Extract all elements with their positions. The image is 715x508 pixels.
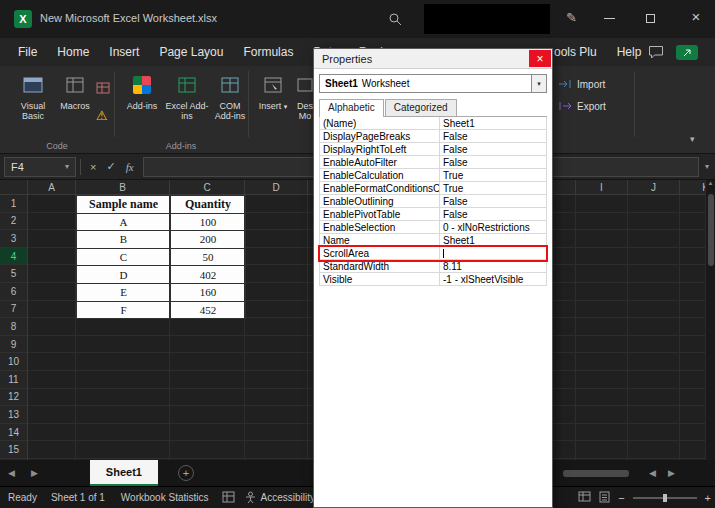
ribbon-tab-help[interactable]: Help [607, 45, 652, 59]
zoom-in-icon[interactable]: + [705, 492, 711, 504]
excel-add-ins-button[interactable]: Excel Add-ins [164, 72, 210, 121]
maximize-button[interactable] [646, 14, 655, 23]
close-properties-button[interactable]: × [529, 50, 551, 67]
table-header-cell[interactable]: Quantity [171, 196, 246, 214]
chevron-down-icon[interactable]: ▾ [531, 75, 546, 92]
row-header-3[interactable]: 3 [0, 230, 27, 248]
horizontal-scrollbar[interactable]: ◀ ▶ [553, 460, 715, 486]
property-row-EnableOutlining[interactable]: EnableOutliningFalse [320, 195, 546, 208]
select-all-corner[interactable] [0, 180, 28, 195]
zoom-slider-thumb[interactable] [663, 494, 667, 502]
macro-security-warning-icon[interactable]: ⚠ [96, 108, 108, 123]
column-header-D[interactable]: D [245, 180, 308, 194]
column-header-K[interactable]: K [680, 180, 705, 194]
property-row-StandardWidth[interactable]: StandardWidth8.11 [320, 260, 546, 273]
property-row-Name[interactable]: NameSheet1 [320, 234, 546, 247]
page-layout-view-icon[interactable] [599, 491, 610, 505]
properties-titlebar[interactable]: Properties × [314, 49, 552, 69]
next-sheet-icon[interactable]: ▶ [23, 468, 46, 478]
property-value[interactable]: True [440, 169, 546, 181]
property-value[interactable]: False [440, 143, 546, 155]
table-cell[interactable]: 50 [171, 249, 246, 267]
row-header-15[interactable]: 15 [0, 441, 27, 459]
column-header-A[interactable]: A [28, 180, 76, 194]
row-header-5[interactable]: 5 [0, 265, 27, 283]
scroll-left-icon[interactable]: ◀ [643, 468, 662, 478]
collapse-ribbon-icon[interactable]: ▾ [690, 134, 695, 144]
macros-button[interactable]: Macros [56, 72, 94, 111]
insert-function-icon[interactable]: fx [121, 161, 139, 173]
row-header-2[interactable]: 2 [0, 213, 27, 231]
property-value[interactable]: False [440, 156, 546, 168]
record-macro-icon[interactable] [96, 80, 110, 98]
property-row-EnableSelection[interactable]: EnableSelection0 - xlNoRestrictions [320, 221, 546, 234]
share-button[interactable] [676, 45, 698, 60]
object-selector[interactable]: Sheet1 Worksheet ▾ [319, 74, 547, 93]
confirm-entry-icon[interactable]: ✓ [101, 160, 120, 173]
visual-basic-button[interactable]: Visual Basic [10, 72, 56, 121]
pencil-icon[interactable]: ✎ [566, 10, 577, 25]
import-button[interactable]: Import [558, 78, 605, 90]
property-value[interactable] [440, 247, 546, 259]
com-add-ins-button[interactable]: COM Add-ins [210, 72, 250, 121]
ribbon-tab-insert[interactable]: Insert [99, 45, 149, 59]
column-header-I[interactable]: I [576, 180, 628, 194]
accessibility-icon[interactable] [245, 491, 256, 505]
row-header-1[interactable]: 1 [0, 195, 27, 213]
workbook-statistics-button[interactable]: Workbook Statistics [121, 492, 209, 503]
table-cell[interactable]: C [77, 249, 171, 267]
export-button[interactable]: Export [558, 100, 606, 112]
property-row-DisplayPageBreaks[interactable]: DisplayPageBreaksFalse [320, 130, 546, 143]
property-row-EnableCalculation[interactable]: EnableCalculationTrue [320, 169, 546, 182]
property-row-Visible[interactable]: Visible-1 - xlSheetVisible [320, 273, 546, 286]
table-cell[interactable]: D [77, 266, 171, 284]
table-cell[interactable]: 100 [171, 214, 246, 232]
table-cell[interactable]: 200 [171, 231, 246, 249]
tab-alphabetic[interactable]: Alphabetic [319, 99, 384, 117]
close-window-button[interactable]: × [686, 8, 706, 25]
horizontal-scroll-thumb[interactable] [563, 470, 629, 477]
row-header-10[interactable]: 10 [0, 353, 27, 371]
property-row-DisplayRightToLeft[interactable]: DisplayRightToLeftFalse [320, 143, 546, 156]
ribbon-tab-ools-plu[interactable]: ools Plu [544, 45, 607, 59]
row-header-4[interactable]: 4 [0, 248, 27, 266]
table-header-cell[interactable]: Sample name [77, 196, 171, 214]
property-row-EnablePivotTable[interactable]: EnablePivotTableFalse [320, 208, 546, 221]
expand-formula-bar-icon[interactable]: ▾ [705, 162, 709, 171]
row-header-6[interactable]: 6 [0, 283, 27, 301]
scroll-right-icon[interactable]: ▶ [662, 468, 681, 478]
vertical-scroll-thumb[interactable] [708, 194, 714, 266]
table-cell[interactable]: E [77, 284, 171, 302]
name-box[interactable]: F4 ▾ [4, 157, 76, 177]
sheet-tab-sheet1[interactable]: Sheet1 [90, 460, 158, 486]
search-icon[interactable] [388, 12, 402, 30]
property-value[interactable]: False [440, 130, 546, 142]
property-row-EnableFormatConditionsCalculi[interactable]: EnableFormatConditionsCalculiTrue [320, 182, 546, 195]
property-row-EnableAutoFilter[interactable]: EnableAutoFilterFalse [320, 156, 546, 169]
row-header-7[interactable]: 7 [0, 301, 27, 319]
ribbon-tab-formulas[interactable]: Formulas [233, 45, 303, 59]
table-cell[interactable]: A [77, 214, 171, 232]
table-cell[interactable]: 160 [171, 284, 246, 302]
previous-sheet-icon[interactable]: ◀ [0, 468, 23, 478]
zoom-slider[interactable] [633, 497, 697, 499]
ribbon-tab-home[interactable]: Home [47, 45, 99, 59]
table-cell[interactable]: 402 [171, 266, 246, 284]
ribbon-tab-page-layou[interactable]: Page Layou [149, 45, 233, 59]
property-value[interactable]: False [440, 195, 546, 207]
property-value[interactable]: Sheet1 [440, 234, 546, 246]
table-cell[interactable]: B [77, 231, 171, 249]
column-header-C[interactable]: C [170, 180, 245, 194]
row-header-13[interactable]: 13 [0, 406, 27, 424]
row-header-12[interactable]: 12 [0, 389, 27, 407]
row-header-9[interactable]: 9 [0, 336, 27, 354]
comments-icon[interactable] [648, 45, 664, 63]
property-value[interactable]: -1 - xlSheetVisible [440, 273, 546, 285]
scroll-up-icon[interactable]: ▲ [708, 180, 714, 186]
property-row-Name[interactable]: (Name)Sheet1 [320, 117, 546, 130]
minimize-button[interactable] [604, 18, 615, 19]
row-header-11[interactable]: 11 [0, 371, 27, 389]
add-ins-button[interactable]: Add-ins [120, 72, 164, 111]
property-value[interactable]: 8.11 [440, 260, 546, 272]
ribbon-tab-file[interactable]: File [8, 45, 47, 59]
